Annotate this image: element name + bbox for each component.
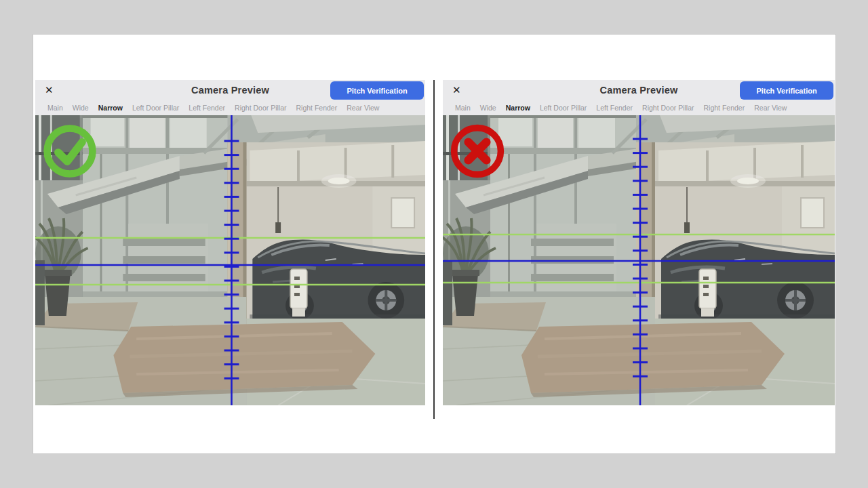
camera-image [443,115,835,405]
pitch-verification-button[interactable]: Pitch Verification [330,81,424,100]
close-icon[interactable]: ✕ [45,83,54,97]
tab-left-door-pillar[interactable]: Left Door Pillar [132,104,179,112]
camera-image [35,115,425,405]
tab-narrow[interactable]: Narrow [506,104,530,112]
close-icon[interactable]: ✕ [452,83,461,97]
camera-preview-panel-pass: ✕ Camera Preview Pitch Verification Main… [35,80,425,405]
title-row: ✕ Camera Preview Pitch Verification [35,80,425,100]
panel-divider [433,80,435,419]
tab-main[interactable]: Main [455,104,471,112]
panel-header: ✕ Camera Preview Pitch Verification Main… [443,80,835,115]
tab-right-fender[interactable]: Right Fender [704,104,745,112]
x-circle-icon [448,122,507,180]
check-circle-icon [41,122,99,180]
panel-title: Camera Preview [191,85,269,96]
tab-right-door-pillar[interactable]: Right Door Pillar [642,104,694,112]
pitch-verification-button[interactable]: Pitch Verification [740,81,833,100]
tab-narrow[interactable]: Narrow [98,104,123,112]
tab-right-fender[interactable]: Right Fender [296,104,338,112]
tab-left-door-pillar[interactable]: Left Door Pillar [540,104,587,112]
desktop-background: ✕ Camera Preview Pitch Verification Main… [0,0,868,488]
tab-rear-view[interactable]: Rear View [347,104,379,112]
camera-tabs: MainWideNarrowLeft Door PillarLeft Fende… [35,100,425,115]
camera-preview-card: ✕ Camera Preview Pitch Verification Main… [33,35,835,453]
tab-main[interactable]: Main [47,104,63,112]
tab-right-door-pillar[interactable]: Right Door Pillar [235,104,286,112]
tab-left-fender[interactable]: Left Fender [189,104,225,112]
tab-wide[interactable]: Wide [480,104,496,112]
tab-left-fender[interactable]: Left Fender [596,104,633,112]
camera-tabs: MainWideNarrowLeft Door PillarLeft Fende… [443,100,835,115]
panel-title: Camera Preview [600,85,678,96]
title-row: ✕ Camera Preview Pitch Verification [443,80,835,100]
camera-preview-panel-fail: ✕ Camera Preview Pitch Verification Main… [443,80,835,405]
tab-rear-view[interactable]: Rear View [754,104,787,112]
tab-wide[interactable]: Wide [73,104,89,112]
panel-header: ✕ Camera Preview Pitch Verification Main… [35,80,425,115]
